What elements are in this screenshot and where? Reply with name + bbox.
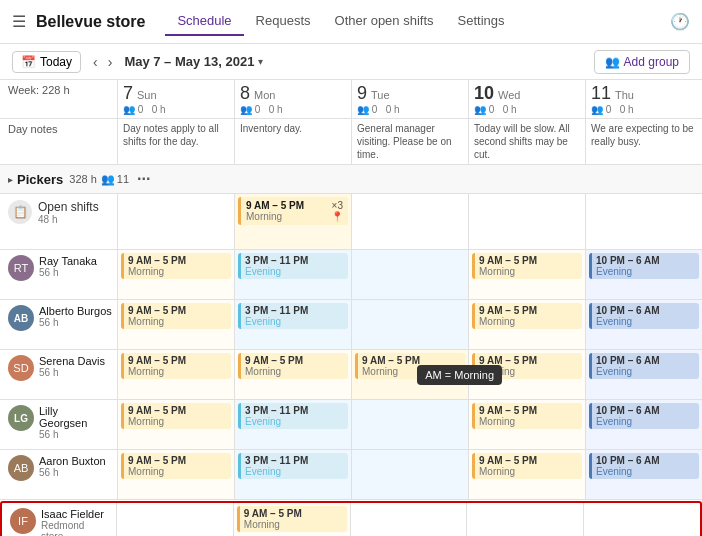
- shift-isaac-11: [584, 503, 700, 536]
- nav-link-open-shifts[interactable]: Other open shifts: [323, 7, 446, 36]
- day-header-9: 9 Tue 👥 0 0 h: [352, 80, 469, 118]
- shift-isaac-7: [117, 503, 234, 536]
- employee-row-aaron: AB Aaron Buxton 56 h 9 AM – 5 PM Morning…: [0, 450, 702, 500]
- open-shift-cell-10: [469, 194, 586, 249]
- open-shifts-name: Open shifts: [38, 200, 99, 214]
- shift-lilly-7[interactable]: 9 AM – 5 PM Morning: [118, 400, 235, 449]
- shift-serena-7[interactable]: 9 AM – 5 PM Morning: [118, 350, 235, 399]
- employee-row-isaac: IF Isaac Fielder Redmond store 8 h 9 AM …: [0, 501, 702, 536]
- group-people-icon: 👥: [101, 173, 115, 186]
- shift-serena-11[interactable]: 10 PM – 6 AM Evening: [586, 350, 702, 399]
- employee-name-isaac: Isaac Fielder: [41, 508, 108, 520]
- employee-name-serena: Serena Davis: [39, 355, 105, 367]
- app-container: ☰ Bellevue store Schedule Requests Other…: [0, 0, 702, 536]
- shift-alberto-11[interactable]: 10 PM – 6 AM Evening: [586, 300, 702, 349]
- shift-alberto-8[interactable]: 3 PM – 11 PM Evening: [235, 300, 352, 349]
- group-hours: 328 h: [69, 173, 97, 185]
- shift-ray-7[interactable]: 9 AM – 5 PM Morning: [118, 250, 235, 299]
- date-range[interactable]: May 7 – May 13, 2021: [124, 54, 254, 69]
- shift-aaron-11[interactable]: 10 PM – 6 AM Evening: [586, 450, 702, 499]
- open-shifts-info: 📋 Open shifts 48 h: [0, 194, 118, 249]
- day-name-7: Sun: [137, 89, 157, 101]
- employee-hours-lilly: 56 h: [39, 429, 109, 440]
- day-headers-row: Week: 228 h 7 Sun 👥 0 0 h 8 Mon 👥 0 0 h: [0, 80, 702, 119]
- today-button[interactable]: 📅 Today: [12, 51, 81, 73]
- avatar-isaac: IF: [10, 508, 36, 534]
- group-menu-icon[interactable]: ···: [137, 170, 150, 188]
- app-title: Bellevue store: [36, 13, 145, 31]
- week-info-cell: Week: 228 h: [0, 80, 118, 118]
- day-header-11: 11 Thu 👥 0 0 h: [586, 80, 702, 118]
- avatar-alberto: AB: [8, 305, 34, 331]
- shift-ray-8[interactable]: 3 PM – 11 PM Evening: [235, 250, 352, 299]
- group-people-count: 11: [117, 173, 129, 185]
- employee-row-ray-tanaka: RT Ray Tanaka 56 h 9 AM – 5 PM Morning 3…: [0, 250, 702, 300]
- open-shifts-row: 📋 Open shifts 48 h 9 AM – 5 PM ×3 Mornin…: [0, 194, 702, 250]
- nav-link-requests[interactable]: Requests: [244, 7, 323, 36]
- shift-lilly-8[interactable]: 3 PM – 11 PM Evening: [235, 400, 352, 449]
- employee-info-isaac: IF Isaac Fielder Redmond store 8 h: [2, 503, 117, 536]
- day-num-9: 9: [357, 83, 367, 104]
- header-section: Week: 228 h 7 Sun 👥 0 0 h 8 Mon 👥 0 0 h: [0, 80, 702, 165]
- add-group-button[interactable]: 👥 Add group: [594, 50, 690, 74]
- day-num-10: 10: [474, 83, 494, 104]
- hamburger-icon[interactable]: ☰: [12, 12, 26, 31]
- shift-aaron-8[interactable]: 3 PM – 11 PM Evening: [235, 450, 352, 499]
- day-num-8: 8: [240, 83, 250, 104]
- shift-ray-11[interactable]: 10 PM – 6 AM Evening: [586, 250, 702, 299]
- open-shift-cell-7: [118, 194, 235, 249]
- day-name-8: Mon: [254, 89, 275, 101]
- avatar-ray: RT: [8, 255, 34, 281]
- shift-alberto-10[interactable]: 9 AM – 5 PM Morning: [469, 300, 586, 349]
- shift-aaron-7[interactable]: 9 AM – 5 PM Morning: [118, 450, 235, 499]
- employee-info-lilly: LG Lilly Georgsen 56 h: [0, 400, 118, 449]
- day-name-10: Wed: [498, 89, 520, 101]
- employee-hours-serena: 56 h: [39, 367, 105, 378]
- open-shifts-hours: 48 h: [38, 214, 99, 225]
- chevron-down-icon[interactable]: ▾: [258, 56, 263, 67]
- day-header-7: 7 Sun 👥 0 0 h: [118, 80, 235, 118]
- employee-info-aaron: AB Aaron Buxton 56 h: [0, 450, 118, 499]
- shift-lilly-11[interactable]: 10 PM – 6 AM Evening: [586, 400, 702, 449]
- nav-right: 🕐: [670, 12, 690, 31]
- open-shift-label: Morning: [246, 211, 282, 222]
- calendar-small-icon: 📅: [21, 55, 36, 69]
- avatar-aaron: AB: [8, 455, 34, 481]
- shift-alberto-7[interactable]: 9 AM – 5 PM Morning: [118, 300, 235, 349]
- day-num-7: 7: [123, 83, 133, 104]
- employee-info-serena: SD Serena Davis 56 h: [0, 350, 118, 399]
- nav-arrows: ‹ ›: [89, 54, 116, 70]
- employee-name-lilly: Lilly Georgsen: [39, 405, 109, 429]
- employee-store-isaac: Redmond store: [41, 520, 108, 536]
- group-chevron-icon[interactable]: ▸: [8, 174, 13, 185]
- add-group-icon: 👥: [605, 55, 620, 69]
- employee-name-aaron: Aaron Buxton: [39, 455, 106, 467]
- group-header: ▸ Pickers 328 h 👥 11 ···: [0, 165, 702, 194]
- next-arrow[interactable]: ›: [104, 54, 117, 70]
- location-pin-icon: 📍: [331, 211, 343, 222]
- shift-isaac-8[interactable]: 9 AM – 5 PM Morning: [234, 503, 351, 536]
- shift-isaac-10: [467, 503, 584, 536]
- shift-ray-10[interactable]: 9 AM – 5 PM Morning: [469, 250, 586, 299]
- day-notes-label: Day notes: [0, 119, 118, 164]
- shift-serena-8[interactable]: 9 AM – 5 PM Morning: [235, 350, 352, 399]
- open-shift-count: ×3: [332, 200, 343, 211]
- nav-link-settings[interactable]: Settings: [446, 7, 517, 36]
- shift-lilly-9: [352, 400, 469, 449]
- shift-ray-9: [352, 250, 469, 299]
- shift-alberto-9: [352, 300, 469, 349]
- nav-link-schedule[interactable]: Schedule: [165, 7, 243, 36]
- clock-icon[interactable]: 🕐: [670, 13, 690, 30]
- shift-serena-10[interactable]: 9 AM – 5 PM Morning: [469, 350, 586, 399]
- open-shift-cell-8[interactable]: 9 AM – 5 PM ×3 Morning 📍: [235, 194, 352, 249]
- day-header-8: 8 Mon 👥 0 0 h: [235, 80, 352, 118]
- avatar-lilly: LG: [8, 405, 34, 431]
- employee-hours-aaron: 56 h: [39, 467, 106, 478]
- shift-aaron-10[interactable]: 9 AM – 5 PM Morning: [469, 450, 586, 499]
- toolbar: 📅 Today ‹ › May 7 – May 13, 2021 ▾ 👥 Add…: [0, 44, 702, 80]
- prev-arrow[interactable]: ‹: [89, 54, 102, 70]
- shift-serena-9[interactable]: 9 AM – 5 PM Morning: [352, 350, 469, 399]
- open-shift-cell-11: [586, 194, 702, 249]
- shift-lilly-10[interactable]: 9 AM – 5 PM Morning: [469, 400, 586, 449]
- shift-isaac-9: [351, 503, 468, 536]
